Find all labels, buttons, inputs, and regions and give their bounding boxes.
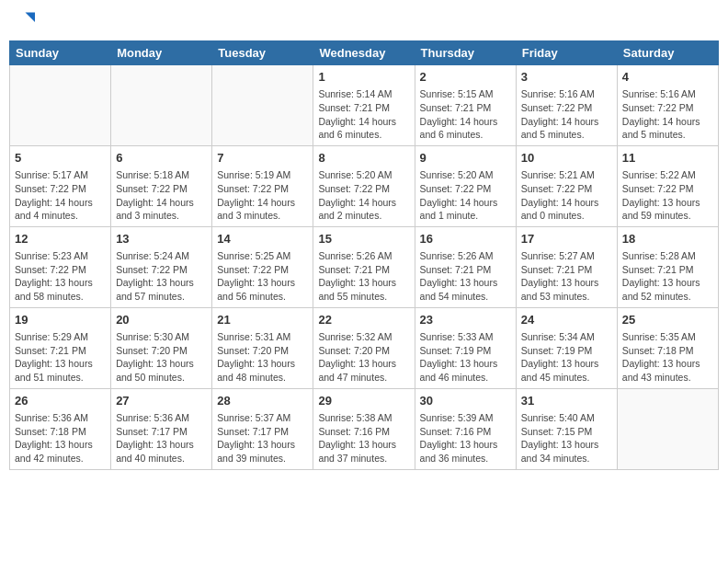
calendar-cell: 29Sunrise: 5:38 AM Sunset: 7:16 PM Dayli… bbox=[313, 388, 415, 469]
week-row: 19Sunrise: 5:29 AM Sunset: 7:21 PM Dayli… bbox=[10, 307, 719, 388]
calendar-cell: 16Sunrise: 5:26 AM Sunset: 7:21 PM Dayli… bbox=[415, 226, 516, 307]
day-info: Sunrise: 5:23 AM Sunset: 7:22 PM Dayligh… bbox=[15, 249, 106, 304]
day-number: 15 bbox=[318, 231, 409, 247]
day-number: 24 bbox=[521, 312, 612, 328]
calendar-cell: 11Sunrise: 5:22 AM Sunset: 7:22 PM Dayli… bbox=[617, 145, 718, 226]
day-number: 11 bbox=[622, 150, 713, 167]
calendar-cell: 2Sunrise: 5:15 AM Sunset: 7:21 PM Daylig… bbox=[415, 65, 516, 146]
week-row: 5Sunrise: 5:17 AM Sunset: 7:22 PM Daylig… bbox=[10, 145, 719, 226]
day-info: Sunrise: 5:22 AM Sunset: 7:22 PM Dayligh… bbox=[622, 168, 713, 223]
day-number: 18 bbox=[622, 231, 713, 247]
calendar-header-row: SundayMondayTuesdayWednesdayThursdayFrid… bbox=[10, 41, 719, 65]
day-info: Sunrise: 5:20 AM Sunset: 7:22 PM Dayligh… bbox=[420, 168, 511, 223]
day-info: Sunrise: 5:30 AM Sunset: 7:20 PM Dayligh… bbox=[116, 330, 207, 385]
day-info: Sunrise: 5:26 AM Sunset: 7:21 PM Dayligh… bbox=[318, 249, 409, 304]
day-info: Sunrise: 5:34 AM Sunset: 7:19 PM Dayligh… bbox=[521, 330, 612, 385]
calendar-cell: 23Sunrise: 5:33 AM Sunset: 7:19 PM Dayli… bbox=[415, 307, 516, 388]
week-row: 26Sunrise: 5:36 AM Sunset: 7:18 PM Dayli… bbox=[10, 388, 719, 469]
calendar-cell: 31Sunrise: 5:40 AM Sunset: 7:15 PM Dayli… bbox=[516, 388, 617, 469]
day-number: 19 bbox=[15, 312, 106, 328]
day-number: 29 bbox=[318, 393, 409, 409]
day-number: 28 bbox=[217, 393, 308, 409]
day-number: 10 bbox=[521, 150, 612, 167]
day-number: 23 bbox=[420, 312, 511, 328]
day-number: 13 bbox=[116, 231, 207, 247]
day-info: Sunrise: 5:14 AM Sunset: 7:21 PM Dayligh… bbox=[318, 87, 409, 142]
day-info: Sunrise: 5:37 AM Sunset: 7:17 PM Dayligh… bbox=[217, 411, 308, 465]
day-info: Sunrise: 5:16 AM Sunset: 7:22 PM Dayligh… bbox=[622, 87, 713, 142]
day-info: Sunrise: 5:18 AM Sunset: 7:22 PM Dayligh… bbox=[116, 168, 207, 223]
calendar-cell: 14Sunrise: 5:25 AM Sunset: 7:22 PM Dayli… bbox=[212, 226, 313, 307]
day-info: Sunrise: 5:21 AM Sunset: 7:22 PM Dayligh… bbox=[521, 168, 612, 223]
day-of-week-header: Wednesday bbox=[313, 41, 415, 65]
day-info: Sunrise: 5:17 AM Sunset: 7:22 PM Dayligh… bbox=[15, 168, 106, 223]
day-info: Sunrise: 5:24 AM Sunset: 7:22 PM Dayligh… bbox=[116, 249, 207, 304]
calendar-cell: 18Sunrise: 5:28 AM Sunset: 7:21 PM Dayli… bbox=[617, 226, 718, 307]
day-number: 9 bbox=[420, 150, 511, 167]
day-number: 2 bbox=[420, 69, 511, 86]
calendar: SundayMondayTuesdayWednesdayThursdayFrid… bbox=[9, 40, 719, 470]
day-info: Sunrise: 5:25 AM Sunset: 7:22 PM Dayligh… bbox=[217, 249, 308, 304]
day-info: Sunrise: 5:15 AM Sunset: 7:21 PM Dayligh… bbox=[420, 87, 511, 142]
calendar-cell bbox=[10, 65, 111, 146]
calendar-cell: 12Sunrise: 5:23 AM Sunset: 7:22 PM Dayli… bbox=[10, 226, 111, 307]
day-number: 26 bbox=[15, 393, 106, 409]
day-info: Sunrise: 5:38 AM Sunset: 7:16 PM Dayligh… bbox=[318, 411, 409, 465]
day-of-week-header: Thursday bbox=[415, 41, 516, 65]
day-number: 7 bbox=[217, 150, 308, 167]
day-info: Sunrise: 5:16 AM Sunset: 7:22 PM Dayligh… bbox=[521, 87, 612, 142]
day-number: 8 bbox=[318, 150, 409, 167]
calendar-cell: 10Sunrise: 5:21 AM Sunset: 7:22 PM Dayli… bbox=[516, 145, 617, 226]
calendar-cell: 6Sunrise: 5:18 AM Sunset: 7:22 PM Daylig… bbox=[111, 145, 212, 226]
calendar-cell bbox=[617, 388, 718, 469]
day-info: Sunrise: 5:26 AM Sunset: 7:21 PM Dayligh… bbox=[420, 249, 511, 304]
calendar-cell: 17Sunrise: 5:27 AM Sunset: 7:21 PM Dayli… bbox=[516, 226, 617, 307]
calendar-cell: 7Sunrise: 5:19 AM Sunset: 7:22 PM Daylig… bbox=[212, 145, 313, 226]
calendar-cell: 28Sunrise: 5:37 AM Sunset: 7:17 PM Dayli… bbox=[212, 388, 313, 469]
day-info: Sunrise: 5:20 AM Sunset: 7:22 PM Dayligh… bbox=[318, 168, 409, 223]
day-of-week-header: Monday bbox=[111, 41, 212, 65]
day-info: Sunrise: 5:31 AM Sunset: 7:20 PM Dayligh… bbox=[217, 330, 308, 385]
day-number: 30 bbox=[420, 393, 511, 409]
day-number: 20 bbox=[116, 312, 207, 328]
day-number: 12 bbox=[15, 231, 106, 247]
calendar-cell: 9Sunrise: 5:20 AM Sunset: 7:22 PM Daylig… bbox=[415, 145, 516, 226]
day-info: Sunrise: 5:27 AM Sunset: 7:21 PM Dayligh… bbox=[521, 249, 612, 304]
calendar-cell: 5Sunrise: 5:17 AM Sunset: 7:22 PM Daylig… bbox=[10, 145, 111, 226]
calendar-cell: 24Sunrise: 5:34 AM Sunset: 7:19 PM Dayli… bbox=[516, 307, 617, 388]
calendar-cell: 8Sunrise: 5:20 AM Sunset: 7:22 PM Daylig… bbox=[313, 145, 415, 226]
day-number: 21 bbox=[217, 312, 308, 328]
day-info: Sunrise: 5:19 AM Sunset: 7:22 PM Dayligh… bbox=[217, 168, 308, 223]
day-number: 16 bbox=[420, 231, 511, 247]
day-number: 1 bbox=[318, 69, 409, 86]
day-info: Sunrise: 5:39 AM Sunset: 7:16 PM Dayligh… bbox=[420, 411, 511, 465]
calendar-cell: 4Sunrise: 5:16 AM Sunset: 7:22 PM Daylig… bbox=[617, 65, 718, 146]
day-of-week-header: Friday bbox=[516, 41, 617, 65]
day-info: Sunrise: 5:36 AM Sunset: 7:18 PM Dayligh… bbox=[15, 411, 106, 465]
day-of-week-header: Sunday bbox=[10, 41, 111, 65]
week-row: 1Sunrise: 5:14 AM Sunset: 7:21 PM Daylig… bbox=[10, 65, 719, 146]
calendar-cell: 26Sunrise: 5:36 AM Sunset: 7:18 PM Dayli… bbox=[10, 388, 111, 469]
calendar-cell: 22Sunrise: 5:32 AM Sunset: 7:20 PM Dayli… bbox=[313, 307, 415, 388]
logo bbox=[9, 9, 39, 35]
calendar-cell: 25Sunrise: 5:35 AM Sunset: 7:18 PM Dayli… bbox=[617, 307, 718, 388]
day-info: Sunrise: 5:35 AM Sunset: 7:18 PM Dayligh… bbox=[622, 330, 713, 385]
page-header bbox=[9, 9, 719, 35]
day-number: 3 bbox=[521, 69, 612, 86]
day-number: 22 bbox=[318, 312, 409, 328]
calendar-cell: 27Sunrise: 5:36 AM Sunset: 7:17 PM Dayli… bbox=[111, 388, 212, 469]
svg-marker-0 bbox=[26, 13, 36, 23]
day-number: 27 bbox=[116, 393, 207, 409]
day-of-week-header: Tuesday bbox=[212, 41, 313, 65]
day-info: Sunrise: 5:28 AM Sunset: 7:21 PM Dayligh… bbox=[622, 249, 713, 304]
day-number: 6 bbox=[116, 150, 207, 167]
calendar-cell: 19Sunrise: 5:29 AM Sunset: 7:21 PM Dayli… bbox=[10, 307, 111, 388]
calendar-cell: 21Sunrise: 5:31 AM Sunset: 7:20 PM Dayli… bbox=[212, 307, 313, 388]
day-info: Sunrise: 5:33 AM Sunset: 7:19 PM Dayligh… bbox=[420, 330, 511, 385]
day-number: 4 bbox=[622, 69, 713, 86]
calendar-cell: 13Sunrise: 5:24 AM Sunset: 7:22 PM Dayli… bbox=[111, 226, 212, 307]
day-number: 25 bbox=[622, 312, 713, 328]
day-number: 31 bbox=[521, 393, 612, 409]
day-info: Sunrise: 5:40 AM Sunset: 7:15 PM Dayligh… bbox=[521, 411, 612, 465]
calendar-cell: 30Sunrise: 5:39 AM Sunset: 7:16 PM Dayli… bbox=[415, 388, 516, 469]
